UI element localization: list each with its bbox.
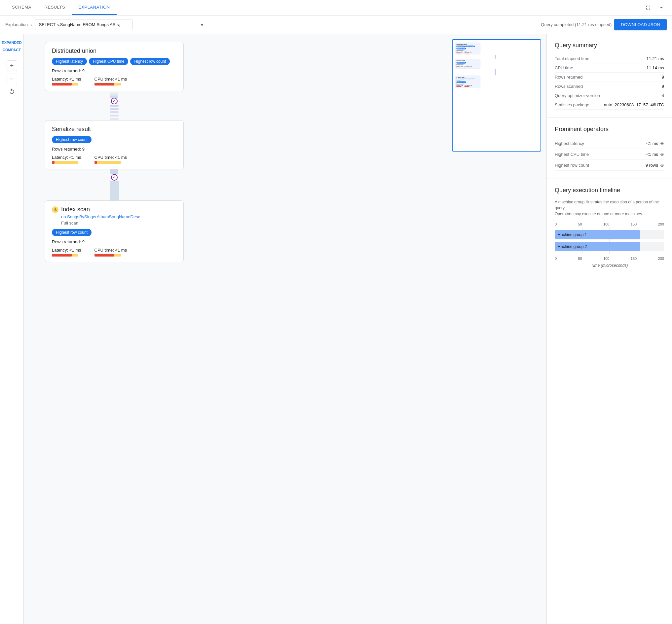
breadcrumb-arrow: › [30,22,32,27]
op-val-latency-text: <1 ms [646,141,658,146]
breadcrumb-bar: Explanation › SELECT s.SongName FROM Son… [0,16,672,34]
bar-fill-1: Machine group 1 [555,230,640,239]
latency-label-3: Latency: <1 ms [52,248,81,253]
op-val-cpu: <1 ms ⊕ [646,152,664,157]
bar-track-2: Machine group 2 [555,242,664,251]
more-options-icon[interactable] [656,2,667,13]
query-select[interactable]: SELECT s.SongName FROM Songs AS s; [35,19,133,30]
timeline-title: Query execution timeline [555,187,664,194]
metric-latency-serialize: Latency: <1 ms [52,155,81,164]
prominent-operators-title: Prominent operators [555,126,664,133]
link-icon-rows[interactable]: ⊕ [660,162,664,168]
summary-val-optimizer: 4 [662,93,664,98]
timeline-desc-line1: A machine group illustrates the executio… [555,200,659,210]
main-layout: EXPANDED COMPACT + − Distributed union H… [0,34,672,624]
op-val-latency: <1 ms ⊕ [646,141,664,146]
node-serialize-result: Serialize result Highest row count Rows … [45,120,184,170]
bar-label-2: Machine group 2 [557,244,587,249]
summary-row-elapsed: Total elapsed time 11.21 ms [555,54,664,63]
zoom-out-button[interactable]: − [7,74,17,84]
axis-0: 0 [555,222,557,226]
node-distributed-union: Distributed union Highest latency Highes… [45,42,184,91]
tab-results[interactable]: RESULTS [38,0,72,15]
summary-row-rows-scanned: Rows scanned 9 [555,82,664,91]
summary-key-cpu: CPU time [555,66,573,70]
chart-area: 0 50 100 150 200 [555,222,664,268]
op-val-rows-text: 9 rows [646,163,658,168]
cpu-bar-2 [95,161,97,164]
cpu-bar-3 [95,254,114,257]
node-title-distributed-union: Distributed union [52,48,177,54]
bar-track-1: Machine group 1 [555,230,664,239]
reset-zoom-button[interactable] [7,86,17,97]
metric-cpu-index: CPU time: <1 ms [95,248,127,257]
node-index-scan: ⚠ Index scan on SongsBySingerAlbumSongNa… [45,201,184,262]
link-icon-cpu[interactable]: ⊕ [660,152,664,157]
index-title-text: Index scan [61,206,90,213]
summary-val-stats: auto_20230608_17_57_46UTC [604,102,664,107]
badge-highest-cpu-time[interactable]: Highest CPU time [89,58,128,65]
axis-bottom-200: 200 [658,257,664,260]
bar-row-machine-group-2: Machine group 2 [555,242,664,251]
zoom-in-button[interactable]: + [7,60,17,71]
node-rows-distributed-union: Rows returned: 9 [52,68,177,73]
tab-explanation[interactable]: EXPLANATION [72,0,117,15]
badges-distributed-union: Highest latency Highest CPU time Highest… [52,58,177,65]
tab-schema[interactable]: SCHEMA [5,0,38,15]
metrics-serialize: Latency: <1 ms CPU time: <1 ms [52,155,177,164]
axis-150: 150 [631,222,637,226]
op-val-rows: 9 rows ⊕ [646,162,664,168]
node-title-serialize: Serialize result [52,126,177,133]
query-summary-section: Query summary Total elapsed time 11.21 m… [547,34,672,118]
latency-bar-1 [52,83,72,85]
top-tab-bar: SCHEMA RESULTS EXPLANATION [0,0,672,16]
summary-rows: Total elapsed time 11.21 ms CPU time 11.… [555,54,664,110]
compact-view-button[interactable]: COMPACT [0,47,24,53]
bar-row-machine-group-1: Machine group 1 [555,230,664,239]
view-toggle: EXPANDED COMPACT [0,39,24,53]
badge-highest-row-count-2[interactable]: Highest row count [52,136,92,143]
expanded-view-button[interactable]: EXPANDED [0,39,24,46]
badges-index: Highest row count [52,229,177,236]
latency-label-1: Latency: <1 ms [52,77,81,82]
query-summary-title: Query summary [555,42,664,49]
summary-val-rows-scanned: 9 [662,84,664,89]
diagram-area[interactable]: Distributed union Highest latency Highes… [24,34,546,624]
axis-100: 100 [603,222,609,226]
metric-latency-index: Latency: <1 ms [52,248,81,257]
bar-label-1: Machine group 1 [557,232,587,237]
connector-1: ✓ [45,91,184,120]
timeline-description: A machine group illustrates the executio… [555,199,664,217]
badge-highest-row-count-3[interactable]: Highest row count [52,229,92,236]
metric-cpu-distributed: CPU time: <1 ms [95,77,127,85]
connector-2: ✓ [45,170,184,201]
badges-serialize: Highest row count [52,136,177,143]
node-rows-serialize: Rows returned: 9 [52,147,177,152]
latency-bar-3 [52,254,72,257]
metrics-index: Latency: <1 ms CPU time: <1 ms [52,248,177,257]
minimap[interactable]: Distributed union Highest latency Highes… [452,39,541,152]
download-json-button[interactable]: DOWNLOAD JSON [614,19,667,30]
chart-axis-bottom: 0 50 100 150 200 [555,257,664,260]
summary-row-stats: Statistics package auto_20230608_17_57_4… [555,100,664,110]
chart-axis-top: 0 50 100 150 200 [555,222,664,226]
badge-highest-row-count-1[interactable]: Highest row count [130,58,170,65]
node-rows-index: Rows returned: 9 [52,239,177,244]
link-icon-latency[interactable]: ⊕ [660,141,664,146]
left-panel: EXPANDED COMPACT + − [0,34,24,624]
summary-key-rows-scanned: Rows scanned [555,84,583,89]
right-panel: Query summary Total elapsed time 11.21 m… [546,34,672,624]
fullscreen-icon[interactable] [643,2,653,13]
query-select-wrapper[interactable]: SELECT s.SongName FROM Songs AS s; [35,19,206,30]
warning-icon: ⚠ [52,206,58,213]
badge-highest-latency[interactable]: Highest latency [52,58,87,65]
op-val-cpu-text: <1 ms [646,152,658,157]
index-subtitle: on SongsBySingerAlbumSongNameDesc [52,214,177,219]
timeline-section: Query execution timeline A machine group… [547,179,672,276]
axis-bottom-0: 0 [555,257,557,260]
breadcrumb-label: Explanation [5,22,28,27]
latency-label-2: Latency: <1 ms [52,155,81,160]
tabs-left: SCHEMA RESULTS EXPLANATION [5,0,117,15]
operator-row-cpu: Highest CPU time <1 ms ⊕ [555,149,664,160]
summary-key-stats: Statistics package [555,102,590,107]
